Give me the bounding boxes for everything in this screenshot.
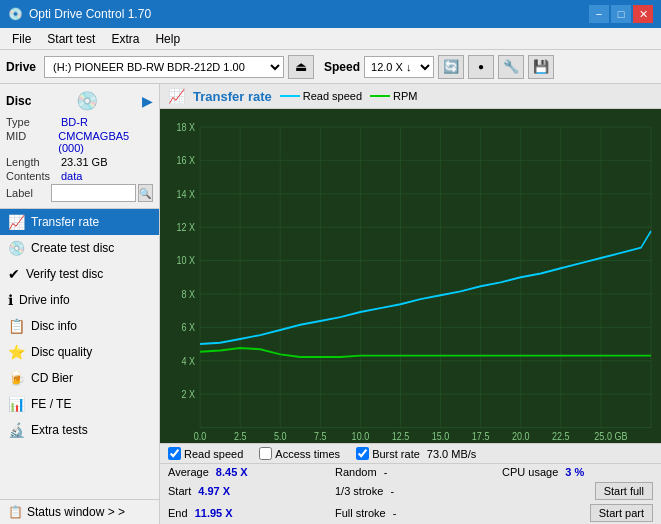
one-third-label: 1/3 stroke	[335, 485, 383, 497]
nav-cd-bier[interactable]: 🍺 CD Bier	[0, 365, 159, 391]
full-stroke-label: Full stroke	[335, 507, 386, 519]
legend-read-speed: Read speed	[280, 90, 362, 102]
type-label: Type	[6, 116, 61, 128]
mid-value: CMCMAGBA5 (000)	[58, 130, 153, 154]
app-icon: 💿	[8, 7, 23, 21]
disc-icon: 💿	[76, 90, 98, 112]
nav-drive-info[interactable]: ℹ Drive info	[0, 287, 159, 313]
random-value: -	[384, 466, 388, 478]
cpu-cell: CPU usage 3 %	[494, 464, 661, 480]
read-speed-checkbox[interactable]	[168, 447, 181, 460]
start-full-button[interactable]: Start full	[595, 482, 653, 500]
menu-help[interactable]: Help	[147, 30, 188, 48]
chart-wrapper: 18 X 16 X 14 X 12 X 10 X 8 X 6 X 4 X 2 X…	[160, 109, 661, 443]
start-part-button[interactable]: Start part	[590, 504, 653, 522]
label-browse-button[interactable]: 🔍	[138, 184, 153, 202]
disc-quality-icon: ⭐	[8, 344, 25, 360]
nav-create-test-disc[interactable]: 💿 Create test disc	[0, 235, 159, 261]
nav-disc-info-label: Disc info	[31, 319, 77, 333]
chart-title: Transfer rate	[193, 89, 272, 104]
status-window-icon: 📋	[8, 505, 23, 519]
type-value: BD-R	[61, 116, 88, 128]
nav-disc-quality-label: Disc quality	[31, 345, 92, 359]
start-value: 4.97 X	[198, 485, 230, 497]
nav-disc-info[interactable]: 📋 Disc info	[0, 313, 159, 339]
svg-text:17.5: 17.5	[472, 430, 490, 442]
chart-bottom: Read speed Access times Burst rate 73.0 …	[160, 443, 661, 524]
end-value: 11.95 X	[195, 507, 233, 519]
close-button[interactable]: ✕	[633, 5, 653, 23]
content-area: 📈 Transfer rate Read speed RPM	[160, 84, 661, 524]
verify-disc-icon: ✔	[8, 266, 20, 282]
random-label: Random	[335, 466, 377, 478]
svg-text:12.5: 12.5	[392, 430, 410, 442]
nav-extra-tests[interactable]: 🔬 Extra tests	[0, 417, 159, 443]
svg-text:12 X: 12 X	[177, 221, 196, 233]
access-times-checkbox[interactable]	[259, 447, 272, 460]
nav-create-label: Create test disc	[31, 241, 114, 255]
disc-info-grid: Type BD-R MID CMCMAGBA5 (000) Length 23.…	[6, 116, 153, 202]
nav-disc-quality[interactable]: ⭐ Disc quality	[0, 339, 159, 365]
nav-cd-bier-label: CD Bier	[31, 371, 73, 385]
nav-transfer-rate[interactable]: 📈 Transfer rate	[0, 209, 159, 235]
app-title: Opti Drive Control 1.70	[29, 7, 151, 21]
cd-bier-icon: 🍺	[8, 370, 25, 386]
disc-panel: Disc 💿 ▶ Type BD-R MID CMCMAGBA5 (000) L…	[0, 84, 159, 209]
menu-bar: File Start test Extra Help	[0, 28, 661, 50]
legend-read-speed-color	[280, 95, 300, 97]
nav-verify-test-disc[interactable]: ✔ Verify test disc	[0, 261, 159, 287]
window-controls: − □ ✕	[589, 5, 653, 23]
disc-nav-icon[interactable]: ▶	[142, 93, 153, 109]
drive-info-icon: ℹ	[8, 292, 13, 308]
create-disc-icon: 💿	[8, 240, 25, 256]
menu-extra[interactable]: Extra	[103, 30, 147, 48]
nav-fe-te-label: FE / TE	[31, 397, 71, 411]
svg-text:15.0: 15.0	[432, 430, 450, 442]
svg-text:7.5: 7.5	[314, 430, 327, 442]
label-label: Label	[6, 187, 51, 199]
cpu-value: 3 %	[565, 466, 584, 478]
full-stroke-value: -	[393, 507, 397, 519]
mid-label: MID	[6, 130, 58, 154]
start-part-cell: Start part	[494, 502, 661, 524]
chart-svg: 18 X 16 X 14 X 12 X 10 X 8 X 6 X 4 X 2 X…	[160, 109, 661, 443]
speed-select[interactable]: 12.0 X ↓	[364, 56, 434, 78]
settings-button[interactable]: 🔧	[498, 55, 524, 79]
svg-text:8 X: 8 X	[182, 288, 196, 300]
average-cell: Average 8.45 X	[160, 464, 327, 480]
refresh-button[interactable]: 🔄	[438, 55, 464, 79]
svg-text:10.0: 10.0	[352, 430, 370, 442]
svg-text:25.0 GB: 25.0 GB	[594, 430, 627, 442]
read-speed-checkbox-item: Read speed	[168, 447, 243, 460]
chart-icon: 📈	[168, 88, 185, 104]
nav-verify-label: Verify test disc	[26, 267, 103, 281]
menu-start-test[interactable]: Start test	[39, 30, 103, 48]
eject-button[interactable]: ⏏	[288, 55, 314, 79]
record-button[interactable]: ●	[468, 55, 494, 79]
legend-rpm-label: RPM	[393, 90, 417, 102]
burst-rate-checkbox-label: Burst rate	[372, 448, 420, 460]
svg-text:20.0: 20.0	[512, 430, 530, 442]
menu-file[interactable]: File	[4, 30, 39, 48]
burst-rate-checkbox[interactable]	[356, 447, 369, 460]
minimize-button[interactable]: −	[589, 5, 609, 23]
legend-read-speed-label: Read speed	[303, 90, 362, 102]
drive-toolbar: Drive (H:) PIONEER BD-RW BDR-212D 1.00 ⏏…	[0, 50, 661, 84]
svg-text:6 X: 6 X	[182, 321, 196, 333]
transfer-rate-icon: 📈	[8, 214, 25, 230]
start-label: Start	[168, 485, 191, 497]
legend-rpm: RPM	[370, 90, 417, 102]
cpu-label: CPU usage	[502, 466, 558, 478]
drive-select[interactable]: (H:) PIONEER BD-RW BDR-212D 1.00	[44, 56, 284, 78]
extra-tests-icon: 🔬	[8, 422, 25, 438]
average-label: Average	[168, 466, 209, 478]
svg-text:2 X: 2 X	[182, 388, 196, 400]
label-input[interactable]	[51, 184, 136, 202]
chart-header: 📈 Transfer rate Read speed RPM	[160, 84, 661, 109]
status-window-button[interactable]: 📋 Status window > >	[0, 499, 159, 524]
save-button[interactable]: 💾	[528, 55, 554, 79]
start-cell: Start 4.97 X	[160, 480, 327, 502]
maximize-button[interactable]: □	[611, 5, 631, 23]
one-third-value: -	[390, 485, 394, 497]
nav-fe-te[interactable]: 📊 FE / TE	[0, 391, 159, 417]
